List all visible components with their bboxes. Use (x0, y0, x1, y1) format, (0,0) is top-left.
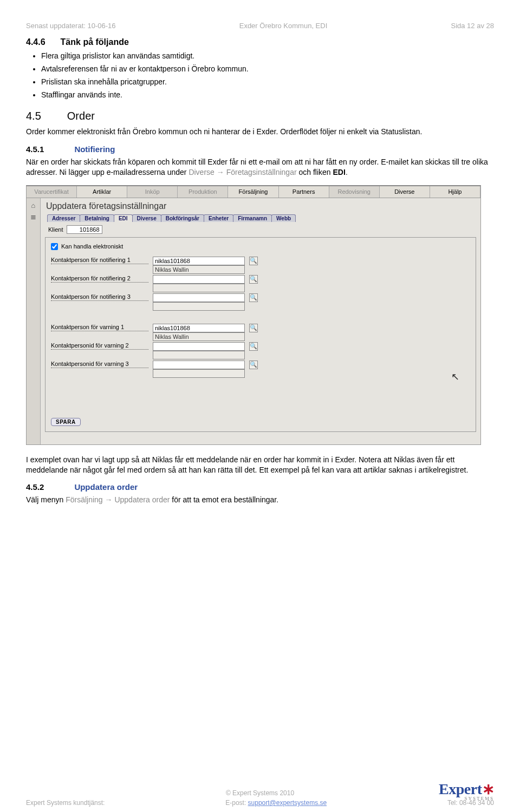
inp-varn-1-name (153, 332, 245, 341)
subtab-webb[interactable]: Webb (271, 214, 296, 222)
main-title: Uppdatera företagsinställningar (46, 201, 476, 211)
tab-diverse[interactable]: Diverse (380, 186, 430, 198)
footer-mid-pre: E-post: (225, 799, 248, 807)
lbl-varn-3: Kontaktpersonid för varning 3 (51, 361, 148, 368)
lookup-icon[interactable]: 🔍 (249, 342, 258, 351)
bullets-446: Flera giltiga prislistor kan användas sa… (41, 51, 494, 99)
lbl-varn-2: Kontaktpersonid för varning 2 (51, 342, 148, 350)
p-451-c: EDI (333, 168, 346, 176)
save-button[interactable]: SPARA (51, 418, 81, 426)
inp-notif-3-name (153, 302, 245, 311)
lookup-icon[interactable]: 🔍 (249, 275, 258, 284)
klient-label: Klient (48, 226, 63, 233)
header-left: Senast uppdaterat: 10-06-16 (26, 22, 116, 30)
klient-value: 101868 (67, 225, 102, 234)
inp-notif-1-name (153, 265, 245, 274)
home-icon[interactable]: ⌂ (31, 201, 36, 209)
inp-notif-1[interactable] (153, 257, 245, 265)
inp-varn-2[interactable] (153, 342, 245, 351)
tab-produktion[interactable]: Produktion (178, 186, 228, 198)
lbl-notif-3: Kontaktperson för notifiering 3 (51, 293, 148, 301)
p-451-d: . (346, 168, 348, 176)
lbl-notif-1: Kontaktperson för notifiering 1 (51, 257, 148, 264)
p-452: Välj menyn Försäljning → Uppdatera order… (26, 495, 494, 505)
p-452-b: för att ta emot era beställningar. (170, 495, 278, 504)
inp-varn-2-name (153, 351, 245, 359)
tab-artiklar[interactable]: Artiklar (77, 186, 127, 198)
tab-partners[interactable]: Partners (279, 186, 329, 198)
tab-forsaljning[interactable]: Försäljning (228, 186, 278, 198)
lbl-notif-2: Kontaktperson för notifiering 2 (51, 275, 148, 283)
sub-tabs: Adresser Betalning EDI Diverse Bokföring… (47, 214, 476, 222)
page-header: Senast uppdaterat: 10-06-16 Exder Örebro… (26, 22, 494, 30)
bullet-item: Prislistan ska innehålla pricatgrupper. (41, 77, 494, 86)
footer-email-link[interactable]: support@expertsystems.se (248, 799, 327, 807)
inp-varn-3[interactable] (153, 361, 245, 369)
section-452-num: 4.5.2 (26, 482, 44, 492)
footer-mid: E-post: support@expertsystems.se (225, 799, 327, 807)
app-screenshot: Varucertifikat Artiklar Inköp Produktion… (26, 185, 481, 445)
inp-notif-2[interactable] (153, 275, 245, 284)
p-after-image: I exemplet ovan har vi lagt upp så att N… (26, 455, 494, 475)
subtab-enheter[interactable]: Enheter (204, 214, 233, 222)
page-footer: © Expert Systems 2010 Expert Systems kun… (0, 789, 520, 807)
tab-redovisning[interactable]: Redovisning (329, 186, 380, 198)
section-451-num: 4.5.1 (26, 145, 44, 154)
p-452-a: Välj menyn (26, 495, 66, 504)
inp-notif-2-name (153, 284, 245, 292)
tab-inkop[interactable]: Inköp (127, 186, 178, 198)
subtab-adresser[interactable]: Adresser (47, 214, 80, 222)
chk-label: Kan handla elektroniskt (61, 243, 123, 250)
subtab-firmanamn[interactable]: Firmanamn (233, 214, 272, 222)
left-toolbar: ⌂ ≣ (27, 198, 41, 444)
section-451-title: Notifiering (74, 145, 115, 154)
subtab-diverse[interactable]: Diverse (132, 214, 161, 222)
lbl-varn-1: Kontaktperson för varning 1 (51, 324, 148, 331)
subtab-edi[interactable]: EDI (114, 214, 133, 222)
bullet-item: Flera giltiga prislistor kan användas sa… (41, 51, 494, 60)
bullet-item: Stafflingar används inte. (41, 90, 494, 99)
header-right: Sida 12 av 28 (451, 22, 494, 30)
edi-panel: Kan handla elektroniskt Kontaktperson fö… (45, 237, 476, 432)
tab-varucertifikat[interactable]: Varucertifikat (27, 186, 77, 198)
p-451: När en order har skickats från köparen o… (26, 157, 494, 178)
header-center: Exder Örebro Kommun, EDI (239, 22, 328, 30)
bullet-item: Avtalsreferensen får ni av er kontaktper… (41, 64, 494, 73)
p-451-link: Diverse → Företagsinställningar (188, 168, 296, 176)
lookup-icon[interactable]: 🔍 (249, 257, 258, 265)
footer-left: Expert Systems kundtjänst: (26, 799, 105, 807)
inp-varn-1[interactable] (153, 324, 245, 332)
cursor-icon: ↖ (451, 371, 459, 383)
tab-hjalp[interactable]: Hjälp (430, 186, 480, 198)
section-446-title: Tänk på följande (61, 37, 129, 47)
section-446-num: 4.4.6 (26, 37, 46, 47)
lookup-icon[interactable]: 🔍 (249, 361, 258, 369)
section-452-title: Uppdatera order (74, 482, 138, 492)
section-45-title: Order (67, 110, 95, 122)
subtab-betalning[interactable]: Betalning (80, 214, 114, 222)
section-45-num: 4.5 (26, 110, 41, 122)
chk-kan-handla[interactable] (51, 243, 58, 250)
inp-varn-3-name (153, 369, 245, 378)
top-tabs: Varucertifikat Artiklar Inköp Produktion… (27, 186, 480, 198)
inp-notif-3[interactable] (153, 293, 245, 302)
subtab-bokforingsar[interactable]: Bokföringsår (161, 214, 204, 222)
list-icon[interactable]: ≣ (30, 213, 36, 221)
lookup-icon[interactable]: 🔍 (249, 293, 258, 302)
p-452-link: Försäljning → Uppdatera order (66, 495, 170, 504)
lookup-icon[interactable]: 🔍 (249, 324, 258, 332)
footer-right: Tel: 08-46 34 00 (447, 799, 494, 807)
p-451-b: och fliken (297, 168, 333, 176)
footer-copyright: © Expert Systems 2010 (26, 789, 494, 797)
p-45: Order kommer elektroniskt från Örebro ko… (26, 127, 494, 137)
